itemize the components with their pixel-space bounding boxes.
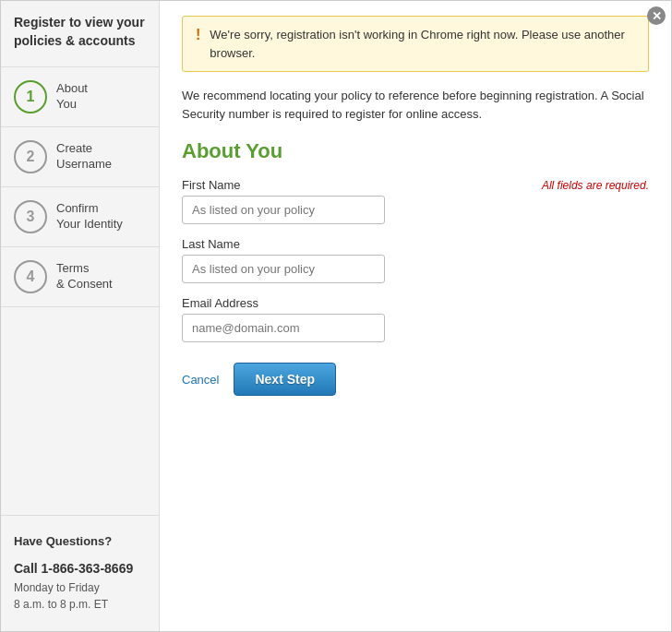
step-label-4: Terms& Consent xyxy=(56,261,113,292)
main-content: ! We're sorry, registration isn't workin… xyxy=(160,1,671,631)
warning-icon: ! xyxy=(196,27,200,43)
first-name-input[interactable] xyxy=(182,196,385,224)
email-label: Email Address xyxy=(182,296,649,310)
sidebar-header: Register to view your policies & account… xyxy=(1,1,159,67)
sidebar-step-3[interactable]: 3 ConfirmYour Identity xyxy=(1,187,159,247)
have-questions-label: Have Questions? xyxy=(14,534,146,548)
required-note: All fields are required. xyxy=(542,179,649,192)
call-number: Call 1-866-363-8669 xyxy=(14,561,146,576)
sidebar-step-2[interactable]: 2 CreateUsername xyxy=(1,127,159,187)
step-label-1: AboutYou xyxy=(56,81,88,113)
last-name-label: Last Name xyxy=(182,237,649,251)
last-name-input[interactable] xyxy=(182,255,385,283)
close-icon: ✕ xyxy=(652,10,662,22)
call-hours: Monday to Friday 8 a.m. to 8 p.m. ET xyxy=(14,579,146,613)
step-circle-3: 3 xyxy=(14,200,47,233)
sidebar-steps: 1 AboutYou 2 CreateUsername 3 ConfirmYou… xyxy=(1,67,159,515)
sidebar-title: Register to view your policies & account… xyxy=(14,14,146,50)
section-title: About You xyxy=(182,139,649,163)
first-name-label: First Name xyxy=(182,178,241,192)
step-label-2: CreateUsername xyxy=(56,141,112,173)
sidebar-footer: Have Questions? Call 1-866-363-8669 Mond… xyxy=(1,515,159,631)
last-name-group: Last Name xyxy=(182,237,649,251)
next-step-button[interactable]: Next Step xyxy=(234,363,336,396)
step-circle-1: 1 xyxy=(14,80,47,113)
close-button[interactable]: ✕ xyxy=(647,6,666,25)
step-circle-2: 2 xyxy=(14,140,47,173)
sidebar: Register to view your policies & account… xyxy=(1,1,160,631)
step-label-3: ConfirmYour Identity xyxy=(56,201,123,233)
email-group: Email Address xyxy=(182,296,649,310)
warning-text: We're sorry, registration isn't working … xyxy=(210,26,635,62)
step-circle-4: 4 xyxy=(14,260,47,293)
intro-text: We recommend locating your policy to ref… xyxy=(182,87,649,123)
email-input[interactable] xyxy=(182,314,385,342)
cancel-button[interactable]: Cancel xyxy=(182,373,219,387)
sidebar-step-4[interactable]: 4 Terms& Consent xyxy=(1,247,159,307)
sidebar-step-1[interactable]: 1 AboutYou xyxy=(1,67,159,127)
warning-banner: ! We're sorry, registration isn't workin… xyxy=(182,16,649,72)
action-buttons: Cancel Next Step xyxy=(182,363,649,396)
first-name-row-header: First Name All fields are required. xyxy=(182,178,649,192)
